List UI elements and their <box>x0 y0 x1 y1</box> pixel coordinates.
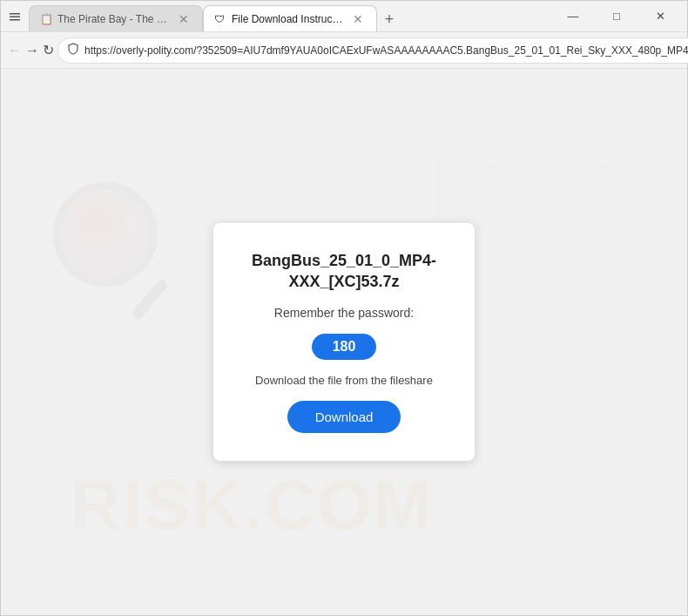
magnifier-watermark <box>53 182 192 322</box>
magnifier-circle <box>53 182 158 287</box>
tab-label-2: File Download Instructions for ... <box>232 13 345 25</box>
tab-file-download[interactable]: 🛡 File Download Instructions for ... ✕ <box>203 5 377 31</box>
refresh-button[interactable]: ↻ <box>43 37 54 64</box>
download-card: BangBus_25_01_0_MP4-XXX_[XC]53.7z Rememb… <box>213 223 475 461</box>
forward-button[interactable]: → <box>25 37 39 64</box>
maximize-button[interactable]: □ <box>597 1 637 32</box>
password-badge: 180 <box>312 334 377 360</box>
page-content: PC RISK.COM BangBus_25_01_0_MP4-XXX_[XC]… <box>1 69 687 615</box>
download-button[interactable]: Download <box>287 401 401 433</box>
tab-close-1[interactable]: ✕ <box>176 11 192 27</box>
window-controls <box>8 10 22 24</box>
tab-favicon-1: 📋 <box>40 13 52 25</box>
tab-close-2[interactable]: ✕ <box>350 11 366 27</box>
security-icon <box>67 43 79 58</box>
tab-favicon-2: 🛡 <box>214 13 226 25</box>
svg-rect-0 <box>10 13 20 15</box>
new-tab-button[interactable]: + <box>377 7 401 31</box>
minimize-button[interactable]: — <box>553 1 593 32</box>
tab-pirate-bay[interactable]: 📋 The Pirate Bay - The galaxy's m... ✕ <box>29 5 203 31</box>
tabs-area: 📋 The Pirate Bay - The galaxy's m... ✕ 🛡… <box>29 1 546 31</box>
tab-label-1: The Pirate Bay - The galaxy's m... <box>57 13 171 25</box>
file-instruction: Download the file from the fileshare <box>255 374 433 387</box>
file-title: BangBus_25_01_0_MP4-XXX_[XC]53.7z <box>248 251 440 292</box>
password-label: Remember the password: <box>274 306 414 320</box>
close-button[interactable]: ✕ <box>640 1 680 32</box>
magnifier-handle <box>131 278 170 322</box>
svg-rect-1 <box>10 16 20 17</box>
url-bar[interactable]: https://overly-polity.com/?352509=AIU7dm… <box>57 37 688 64</box>
window-menu-button[interactable] <box>8 10 22 24</box>
svg-rect-2 <box>10 19 20 21</box>
watermark-risk-text: RISK.COM <box>71 465 433 545</box>
chrome-window: 📋 The Pirate Bay - The galaxy's m... ✕ 🛡… <box>0 0 688 616</box>
back-button[interactable]: ← <box>8 37 22 64</box>
title-bar: 📋 The Pirate Bay - The galaxy's m... ✕ 🛡… <box>1 1 687 32</box>
url-text: https://overly-polity.com/?352509=AIU7dm… <box>84 44 688 57</box>
address-bar: ← → ↻ https://overly-polity.com/?352509=… <box>1 32 687 69</box>
window-controls-right: — □ ✕ <box>553 1 680 32</box>
